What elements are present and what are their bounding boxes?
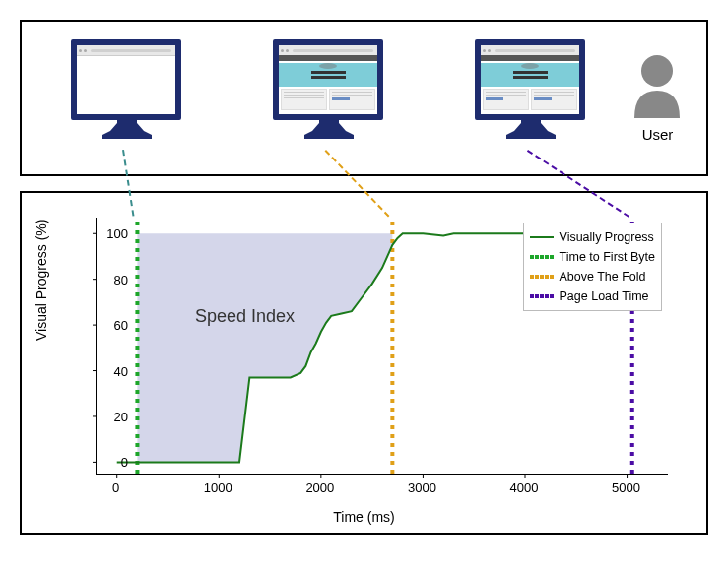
monitor-full (475, 39, 583, 133)
y-tick: 100 (106, 226, 128, 241)
legend-item: Visually Progress (530, 227, 655, 247)
y-tick: 40 (114, 363, 128, 378)
y-tick: 60 (114, 318, 128, 333)
user-label: User (630, 126, 685, 143)
speed-index-annotation: Speed Index (195, 306, 295, 327)
monitor-blank (71, 39, 179, 133)
svg-marker-1 (137, 233, 392, 462)
legend-item: Page Load Time (530, 286, 655, 306)
x-tick: 5000 (612, 480, 640, 495)
monitor-partial (273, 39, 381, 133)
svg-point-0 (641, 55, 673, 87)
x-axis-label: Time (ms) (333, 509, 394, 525)
figure-container: User Visual Progress (%) Time (ms) Speed… (20, 20, 708, 553)
x-tick: 2000 (305, 480, 334, 495)
x-tick: 3000 (408, 480, 436, 495)
x-tick: 1000 (204, 480, 232, 495)
legend: Visually ProgressTime to First ByteAbove… (523, 223, 662, 311)
user-icon: User (630, 51, 685, 143)
chart-panel: Visual Progress (%) Time (ms) Speed Inde… (20, 191, 708, 535)
y-tick: 20 (114, 409, 128, 423)
y-axis-label: Visual Progress (%) (33, 220, 49, 341)
y-tick: 0 (121, 455, 128, 470)
legend-item: Above The Fold (530, 267, 655, 286)
x-tick: 4000 (510, 480, 539, 495)
plot-area: Speed Index Visually ProgressTime to Fir… (96, 218, 667, 474)
legend-item: Time to First Byte (530, 247, 655, 267)
x-tick: 0 (112, 480, 119, 495)
y-tick: 80 (114, 272, 128, 286)
